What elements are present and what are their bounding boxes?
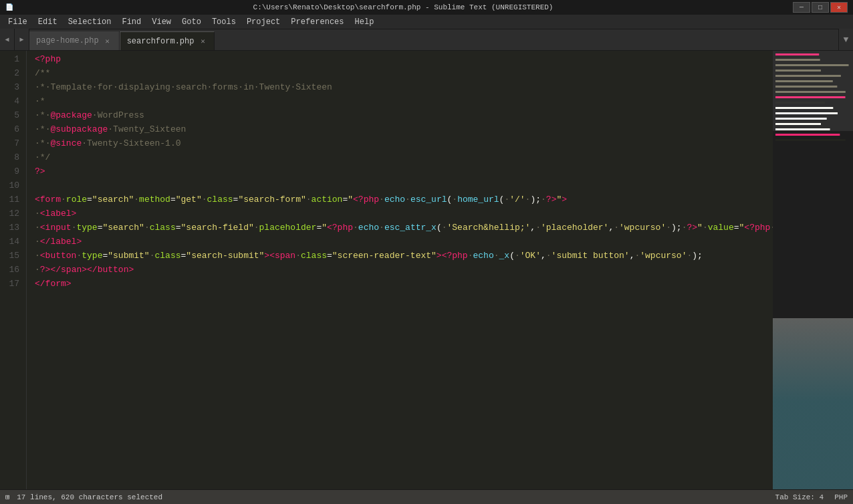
status-tab-size[interactable]: Tab Size: 4 xyxy=(775,493,824,501)
code-area[interactable]: <?php /** ·*·Template·for·displaying·sea… xyxy=(27,51,773,489)
status-icon: ⊞ xyxy=(5,493,10,501)
minimize-button[interactable]: ─ xyxy=(793,2,810,13)
tab-page-home[interactable]: page-home.php ✕ xyxy=(29,31,120,50)
status-language[interactable]: PHP xyxy=(834,493,848,501)
title-bar: 📄 C:\Users\Renato\Desktop\searchform.php… xyxy=(0,0,853,15)
tab-label: searchform.php xyxy=(127,37,195,46)
menu-project[interactable]: Project xyxy=(241,16,285,28)
code-line-4: ·* xyxy=(35,94,773,108)
title-bar-title: C:\Users\Renato\Desktop\searchform.php -… xyxy=(13,3,793,11)
menu-view[interactable]: View xyxy=(146,16,176,28)
menu-selection[interactable]: Selection xyxy=(63,16,117,28)
tab-close-searchform[interactable]: ✕ xyxy=(198,37,207,46)
menu-file[interactable]: File xyxy=(3,16,33,28)
close-button[interactable]: ✕ xyxy=(830,2,848,13)
tab-bar: ◀ ▶ page-home.php ✕ searchform.php ✕ ▼ xyxy=(0,29,853,51)
code-line-10 xyxy=(35,178,773,193)
minimap xyxy=(773,51,853,489)
code-line-12: ·<label> xyxy=(35,207,773,221)
status-left: ⊞ 17 lines, 620 characters selected xyxy=(5,493,162,501)
code-line-6: ·*·@subpackage·Twenty_Sixteen xyxy=(35,122,773,136)
title-bar-icon: 📄 xyxy=(5,3,13,11)
tab-label: page-home.php xyxy=(36,36,99,45)
code-line-14: ·</label> xyxy=(35,235,773,249)
menu-help[interactable]: Help xyxy=(350,16,380,28)
tab-nav-prev[interactable]: ◀ xyxy=(0,29,15,50)
status-selection: 17 lines, 620 characters selected xyxy=(17,493,162,501)
window-controls: ─ □ ✕ xyxy=(793,2,848,13)
status-right: Tab Size: 4 PHP xyxy=(775,493,848,501)
menu-preferences[interactable]: Preferences xyxy=(285,16,349,28)
tab-close-page-home[interactable]: ✕ xyxy=(103,36,112,45)
maximize-button[interactable]: □ xyxy=(812,2,829,13)
tab-searchform[interactable]: searchform.php ✕ xyxy=(120,31,215,50)
code-line-8: ·*/ xyxy=(35,150,773,164)
tab-nav-next[interactable]: ▶ xyxy=(15,29,29,50)
code-line-9: ?> xyxy=(35,164,773,178)
code-line-11: <form·role="search"·method="get"·class="… xyxy=(35,193,773,207)
tab-dropdown-button[interactable]: ▼ xyxy=(838,29,853,50)
code-line-15: ·<button·type="submit"·class="search-sub… xyxy=(35,249,773,263)
menu-edit[interactable]: Edit xyxy=(33,16,63,28)
menu-find[interactable]: Find xyxy=(116,16,146,28)
code-line-15b: ·?></span></button> xyxy=(35,263,773,277)
code-line-1: <?php xyxy=(35,52,773,66)
code-line-5: ·*·@package·WordPress xyxy=(35,108,773,122)
code-line-7: ·*·@since·Twenty-Sixteen-1.0 xyxy=(35,136,773,150)
code-line-3: ·*·Template·for·displaying·search·forms·… xyxy=(35,80,773,94)
code-line-2: /** xyxy=(35,66,773,80)
menu-goto[interactable]: Goto xyxy=(176,16,207,28)
editor-container: 12345 678910 1112131415 1617 <?php /** ·… xyxy=(0,51,853,489)
status-bar: ⊞ 17 lines, 620 characters selected Tab … xyxy=(0,489,853,504)
menu-tools[interactable]: Tools xyxy=(207,16,241,28)
code-line-13: ·<input·type="search"·class="search-fiel… xyxy=(35,221,773,235)
code-line-16: </form> xyxy=(35,277,773,291)
code-line-17 xyxy=(35,291,773,305)
menu-bar: File Edit Selection Find View Goto Tools… xyxy=(0,15,853,29)
line-numbers: 12345 678910 1112131415 1617 xyxy=(0,51,27,489)
